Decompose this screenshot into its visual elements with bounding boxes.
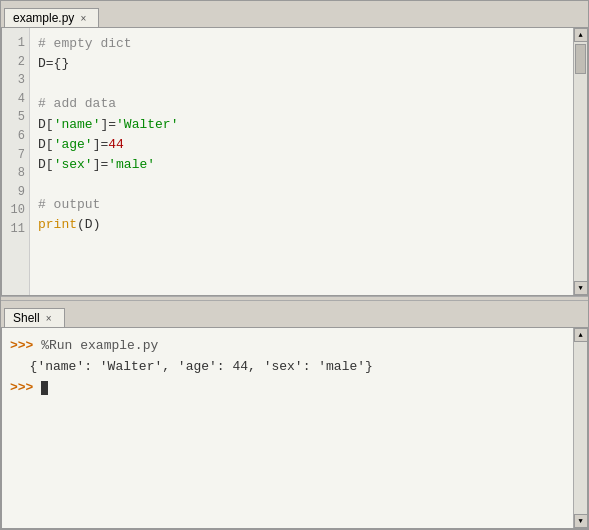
shell-pane: Shell × >>> %Run example.py {'name': 'Wa…	[1, 301, 588, 529]
line-numbers: 1 2 3 4 5 6 7 8 9 10 11	[2, 28, 30, 295]
shell-output-line: {'name': 'Walter', 'age': 44, 'sex': 'ma…	[10, 359, 373, 374]
main-window: example.py × 1 2 3 4 5 6 7 8 9 10 11 # e…	[0, 0, 589, 530]
editor-content: 1 2 3 4 5 6 7 8 9 10 11 # empty dict D={…	[1, 27, 588, 296]
scroll-thumb[interactable]	[575, 44, 586, 74]
editor-pane: example.py × 1 2 3 4 5 6 7 8 9 10 11 # e…	[1, 1, 588, 296]
shell-cursor	[41, 381, 48, 395]
editor-tab-close[interactable]: ×	[80, 13, 86, 24]
code-line-2: D={}	[38, 56, 69, 71]
shell-scroll-track	[574, 342, 587, 514]
code-line-5: D['name']='Walter'	[38, 117, 178, 132]
shell-tab-label: Shell	[13, 311, 40, 325]
scroll-down-arrow[interactable]: ▼	[574, 281, 588, 295]
shell-scrollbar[interactable]: ▲ ▼	[573, 328, 587, 528]
code-line-7: D['sex']='male'	[38, 157, 155, 172]
code-line-6: D['age']=44	[38, 137, 124, 152]
code-line-1: # empty dict	[38, 36, 132, 51]
code-line-4: # add data	[38, 96, 116, 111]
shell-terminal[interactable]: >>> %Run example.py {'name': 'Walter', '…	[2, 328, 573, 528]
editor-scrollbar[interactable]: ▲ ▼	[573, 28, 587, 295]
code-line-9: # output	[38, 197, 100, 212]
shell-run-command: %Run example.py	[41, 338, 158, 353]
editor-tab[interactable]: example.py ×	[4, 8, 99, 28]
shell-prompt-1: >>>	[10, 338, 41, 353]
shell-prompt-2: >>>	[10, 380, 41, 395]
scroll-up-arrow[interactable]: ▲	[574, 28, 588, 42]
editor-tab-bar: example.py ×	[1, 1, 588, 27]
scroll-track	[574, 42, 587, 281]
shell-tab-bar: Shell ×	[1, 301, 588, 327]
code-editor[interactable]: # empty dict D={} # add data D['name']='…	[30, 28, 573, 295]
shell-content: >>> %Run example.py {'name': 'Walter', '…	[1, 327, 588, 529]
editor-tab-label: example.py	[13, 11, 74, 25]
shell-scroll-down-arrow[interactable]: ▼	[574, 514, 588, 528]
shell-tab[interactable]: Shell ×	[4, 308, 65, 328]
shell-scroll-up-arrow[interactable]: ▲	[574, 328, 588, 342]
shell-tab-close[interactable]: ×	[46, 313, 52, 324]
code-line-10: print(D)	[38, 217, 100, 232]
